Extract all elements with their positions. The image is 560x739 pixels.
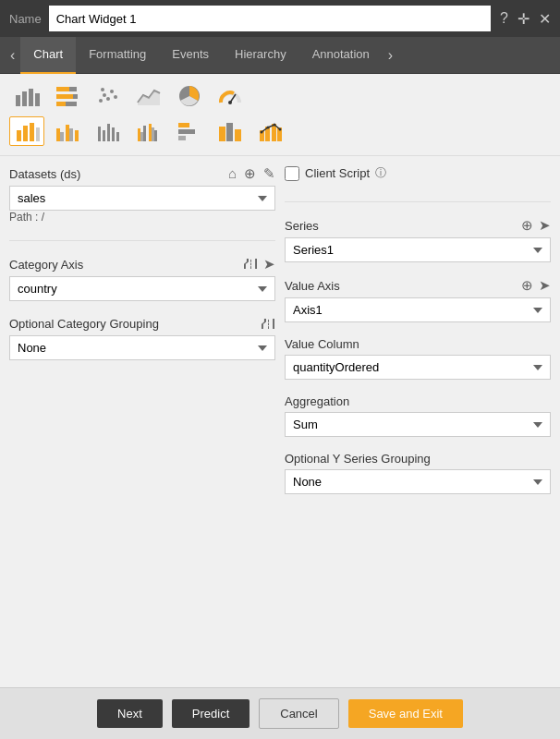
chart-type-bar-thin[interactable] xyxy=(91,116,126,146)
svg-rect-9 xyxy=(66,102,77,106)
optional-category-section: Optional Category Grouping ⛙ None xyxy=(9,316,275,360)
tab-chart[interactable]: Chart xyxy=(20,37,76,74)
tab-next-arrow[interactable]: › xyxy=(383,47,398,64)
value-axis-label: Value Axis xyxy=(285,279,340,293)
series-select[interactable]: Series1 xyxy=(285,237,551,262)
main-content: Datasets (ds) ⌂ ⊕ ✎ sales Path : / Categ… xyxy=(0,156,560,694)
tab-formatting[interactable]: Formatting xyxy=(76,37,159,74)
header: Name ? ✛ ✕ xyxy=(0,0,560,37)
chart-type-area[interactable] xyxy=(131,81,166,111)
svg-rect-20 xyxy=(17,130,21,141)
category-axis-network-icon[interactable]: ⛙ xyxy=(244,256,258,273)
chart-type-bar-orange-selected[interactable] xyxy=(9,116,44,146)
chart-type-bar-side[interactable] xyxy=(172,116,207,146)
chart-type-pie[interactable] xyxy=(172,81,207,111)
svg-rect-6 xyxy=(56,94,73,99)
series-icons: ⊕ ➤ xyxy=(521,217,551,234)
svg-rect-42 xyxy=(178,136,186,140)
svg-rect-25 xyxy=(60,132,64,141)
svg-point-51 xyxy=(267,127,270,129)
move-icon[interactable]: ✛ xyxy=(517,10,530,28)
name-label: Name xyxy=(9,12,42,26)
optional-category-network-icon[interactable]: ⛙ xyxy=(262,316,275,332)
svg-rect-2 xyxy=(29,89,33,106)
series-header: Series ⊕ ➤ xyxy=(285,217,551,234)
category-axis-header: Category Axis ⛙ ➤ xyxy=(9,256,275,273)
svg-rect-41 xyxy=(178,129,195,134)
category-axis-label: Category Axis xyxy=(9,258,83,272)
save-exit-button[interactable]: Save and Exit xyxy=(348,699,463,728)
svg-rect-5 xyxy=(69,87,77,91)
value-column-select[interactable]: quantityOrdered xyxy=(285,355,551,380)
value-axis-arrow-icon[interactable]: ➤ xyxy=(539,277,551,294)
tab-hierarchy[interactable]: Hierarchy xyxy=(222,37,299,74)
tabs-bar: ‹ Chart Formatting Events Hierarchy Anno… xyxy=(0,37,560,74)
category-axis-icons: ⛙ ➤ xyxy=(244,256,275,273)
svg-point-53 xyxy=(279,128,282,131)
chart-type-bar-grouped[interactable] xyxy=(50,116,85,146)
datasets-select[interactable]: sales xyxy=(9,186,275,211)
series-label: Series xyxy=(285,219,319,233)
svg-point-52 xyxy=(274,124,276,127)
chart-type-bar-wide[interactable] xyxy=(213,116,248,146)
svg-point-12 xyxy=(106,97,110,101)
chart-type-gauge[interactable] xyxy=(213,81,248,111)
chart-type-row1 xyxy=(9,81,551,111)
tab-annotation[interactable]: Annotation xyxy=(299,37,383,74)
left-panel: Datasets (ds) ⌂ ⊕ ✎ sales Path : / Categ… xyxy=(9,165,275,684)
value-axis-section: Value Axis ⊕ ➤ Axis1 xyxy=(285,277,551,322)
svg-rect-34 xyxy=(138,128,140,141)
svg-point-14 xyxy=(114,95,117,99)
chart-type-section xyxy=(0,74,560,156)
cancel-button[interactable]: Cancel xyxy=(259,698,338,729)
right-panel: Client Script ⓘ Series ⊕ ➤ Series1 Value… xyxy=(285,165,551,684)
client-script-label: Client Script xyxy=(305,166,370,180)
svg-rect-27 xyxy=(69,128,73,141)
svg-rect-43 xyxy=(219,127,225,141)
chart-type-bar-multi[interactable] xyxy=(131,116,166,146)
value-column-section: Value Column quantityOrdered xyxy=(285,337,551,380)
optional-y-section: Optional Y Series Grouping None xyxy=(285,452,551,494)
svg-rect-30 xyxy=(103,130,105,141)
next-button[interactable]: Next xyxy=(97,699,163,728)
tab-prev-arrow[interactable]: ‹ xyxy=(5,47,20,64)
optional-category-select[interactable]: None xyxy=(9,335,275,360)
value-axis-add-icon[interactable]: ⊕ xyxy=(521,277,533,294)
series-add-icon[interactable]: ⊕ xyxy=(521,217,533,234)
svg-rect-3 xyxy=(35,93,40,106)
divider2 xyxy=(285,201,551,202)
svg-rect-35 xyxy=(140,132,143,141)
predict-button[interactable]: Predict xyxy=(172,699,250,728)
svg-point-19 xyxy=(228,101,232,104)
datasets-home-icon[interactable]: ⌂ xyxy=(228,165,237,182)
optional-y-select[interactable]: None xyxy=(285,469,551,494)
client-script-checkbox[interactable] xyxy=(285,166,299,181)
help-icon[interactable]: ? xyxy=(500,10,508,28)
client-script-info-icon[interactable]: ⓘ xyxy=(375,165,386,181)
optional-category-label: Optional Category Grouping xyxy=(9,317,159,331)
value-axis-select[interactable]: Axis1 xyxy=(285,297,551,322)
optional-category-header: Optional Category Grouping ⛙ xyxy=(9,316,275,332)
chart-type-bar-combo[interactable] xyxy=(253,116,288,146)
svg-point-50 xyxy=(261,131,263,134)
aggregation-select[interactable]: Sum xyxy=(285,412,551,437)
widget-name-input[interactable] xyxy=(49,6,491,31)
chart-type-bar-basic[interactable] xyxy=(9,81,44,111)
datasets-title: Datasets (ds) xyxy=(9,167,80,181)
svg-rect-39 xyxy=(154,130,157,141)
chart-type-scatter[interactable] xyxy=(91,81,126,111)
svg-rect-29 xyxy=(98,127,101,141)
series-arrow-icon[interactable]: ➤ xyxy=(539,217,551,234)
tab-events[interactable]: Events xyxy=(159,37,222,74)
category-axis-arrow-icon[interactable]: ➤ xyxy=(263,256,275,273)
datasets-edit-icon[interactable]: ✎ xyxy=(263,165,275,182)
svg-rect-26 xyxy=(66,125,69,141)
close-icon[interactable]: ✕ xyxy=(539,10,551,28)
svg-rect-44 xyxy=(226,123,233,141)
svg-rect-31 xyxy=(107,124,110,141)
category-axis-select[interactable]: country xyxy=(9,276,275,301)
datasets-add-icon[interactable]: ⊕ xyxy=(244,165,256,182)
chart-type-bar-horiz[interactable] xyxy=(50,81,85,111)
optional-y-header: Optional Y Series Grouping xyxy=(285,452,551,466)
svg-rect-28 xyxy=(75,130,79,141)
